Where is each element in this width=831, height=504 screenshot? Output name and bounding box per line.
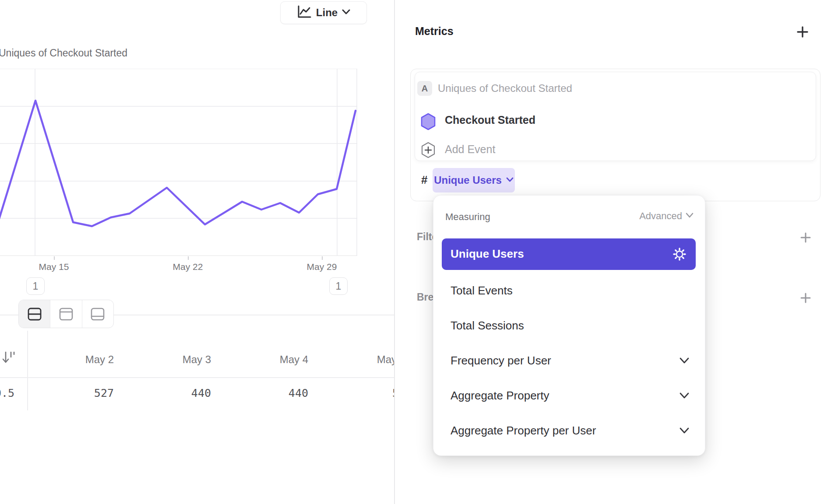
- x-axis-tick: [322, 256, 323, 260]
- dropdown-option-total-sessions[interactable]: Total Sessions: [451, 319, 524, 332]
- chart-type-label: Line: [316, 7, 338, 19]
- x-axis-tick: [54, 256, 55, 260]
- table-column-header[interactable]: May 2: [33, 354, 114, 366]
- dropdown-option-frequency-per-user[interactable]: Frequency per User: [451, 354, 551, 368]
- table-column-divider: [27, 331, 28, 410]
- plus-icon: [800, 232, 811, 243]
- advanced-label: Advanced: [639, 210, 682, 222]
- split-view-icon: [27, 307, 42, 321]
- x-axis-label: May 29: [291, 262, 352, 272]
- table-cell: 440: [130, 387, 211, 399]
- chevron-down-icon: [506, 176, 514, 184]
- chevron-down-icon: [686, 212, 694, 220]
- event-name[interactable]: Checkout Started: [445, 114, 535, 126]
- dropdown-option-aggregate-property[interactable]: Aggregate Property: [451, 389, 549, 402]
- dropdown-option-unique-users[interactable]: Unique Users: [451, 247, 524, 261]
- plus-icon: [797, 26, 808, 38]
- table-only-view-button[interactable]: [82, 300, 113, 328]
- pane-divider: [394, 0, 395, 504]
- x-axis-label: May 15: [23, 262, 85, 272]
- gear-icon[interactable]: [673, 248, 686, 262]
- chart-pane: Line Uniques of Checkout Started 1 1: [0, 0, 394, 504]
- insights-report-view: Line Uniques of Checkout Started 1 1: [0, 0, 831, 504]
- table-column-header[interactable]: May 3: [130, 354, 211, 366]
- table-bottom-view-icon: [90, 307, 106, 321]
- add-filter-button[interactable]: [800, 232, 811, 245]
- chart-type-button[interactable]: Line: [280, 1, 367, 24]
- dropdown-option-aggregate-property-per-user[interactable]: Aggregate Property per User: [451, 424, 596, 438]
- metrics-heading: Metrics: [415, 25, 454, 38]
- chart-only-view-button[interactable]: [50, 300, 81, 328]
- dropdown-option-total-events[interactable]: Total Events: [451, 284, 513, 298]
- table-cell: 527: [33, 387, 114, 399]
- measurement-chip-label: Unique Users: [434, 174, 502, 186]
- table-top-view-icon: [58, 307, 74, 321]
- annotation-badge[interactable]: 1: [329, 277, 348, 295]
- chevron-down-icon[interactable]: [680, 427, 689, 436]
- split-view-button[interactable]: [19, 300, 50, 328]
- chevron-down-icon[interactable]: [680, 357, 689, 366]
- layout-toggle-group: [18, 300, 114, 328]
- chart-title: Uniques of Checkout Started: [0, 47, 127, 59]
- measuring-label: Measuring: [445, 211, 490, 223]
- plus-icon: [800, 293, 811, 303]
- metric-letter-badge: A: [417, 81, 432, 96]
- table-column-header[interactable]: May 4: [228, 354, 308, 366]
- advanced-toggle[interactable]: Advanced: [613, 210, 694, 222]
- event-hexagon-icon: [420, 113, 436, 132]
- table-header-divider: [0, 377, 394, 378]
- add-metric-button[interactable]: [797, 26, 808, 39]
- add-event-icon[interactable]: [421, 142, 436, 160]
- chevron-down-icon: [342, 9, 350, 17]
- measure-type-symbol: #: [421, 173, 427, 187]
- line-chart: [0, 69, 357, 256]
- sort-descending-icon[interactable]: [2, 350, 15, 367]
- metric-row-title[interactable]: Uniques of Checkout Started: [438, 82, 572, 94]
- add-event-label[interactable]: Add Event: [445, 143, 495, 156]
- add-breakdown-button[interactable]: [800, 293, 811, 305]
- table-cell: 440: [228, 387, 308, 399]
- measurement-chip[interactable]: Unique Users: [433, 168, 515, 192]
- chevron-down-icon[interactable]: [680, 392, 689, 401]
- table-column-header[interactable]: May 5: [325, 354, 394, 366]
- line-chart-icon: [297, 5, 312, 21]
- x-axis-label: May 22: [157, 262, 218, 272]
- table-cell: 51: [325, 387, 394, 399]
- x-axis-tick: [188, 256, 189, 260]
- table-sticky-value: 0.5: [0, 387, 14, 399]
- annotation-badge[interactable]: 1: [26, 277, 45, 295]
